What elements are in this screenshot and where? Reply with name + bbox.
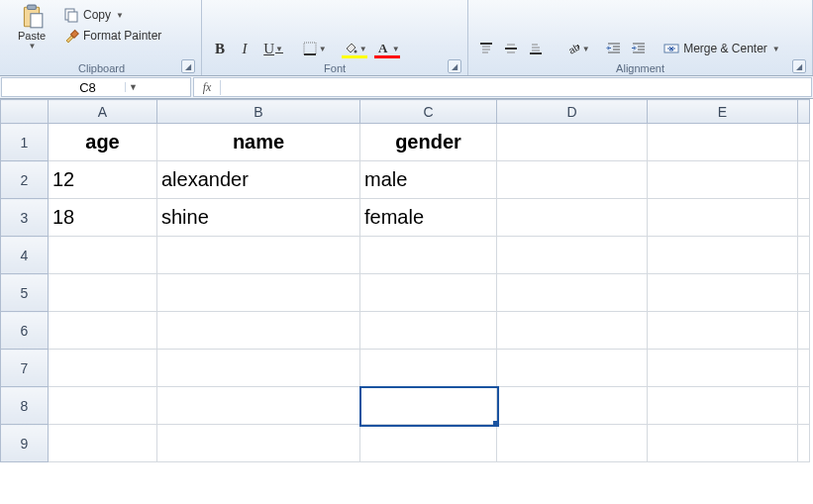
name-box[interactable]: ▼ bbox=[1, 77, 191, 97]
paste-button[interactable]: Paste ▼ bbox=[8, 2, 55, 59]
grid[interactable]: A B C D E 1 age name gender 2 12 alexand… bbox=[0, 99, 810, 462]
col-header-F[interactable] bbox=[798, 100, 810, 124]
row-header-2[interactable]: 2 bbox=[1, 161, 49, 199]
row-header-6[interactable]: 6 bbox=[1, 312, 49, 350]
cell-C4[interactable] bbox=[360, 237, 497, 274]
cell-C6[interactable] bbox=[360, 312, 497, 350]
cell-E8[interactable] bbox=[648, 387, 798, 425]
cell-F9[interactable] bbox=[798, 425, 810, 462]
copy-button[interactable]: Copy ▼ bbox=[59, 5, 165, 25]
row-header-7[interactable]: 7 bbox=[1, 350, 49, 387]
cell-C5[interactable] bbox=[360, 274, 497, 312]
dialog-launcher-icon[interactable]: ◢ bbox=[181, 59, 195, 73]
cell-A8[interactable] bbox=[49, 387, 157, 425]
cell-E7[interactable] bbox=[648, 350, 798, 387]
col-header-C[interactable]: C bbox=[360, 100, 497, 124]
row-4: 4 bbox=[1, 237, 810, 274]
underline-button[interactable]: U▼ bbox=[257, 37, 289, 60]
cell-B2[interactable]: alexander bbox=[157, 161, 360, 199]
col-header-B[interactable]: B bbox=[157, 100, 360, 124]
cell-C9[interactable] bbox=[360, 425, 497, 462]
row-9: 9 bbox=[1, 425, 810, 462]
align-bottom-button[interactable] bbox=[524, 37, 548, 60]
row-header-9[interactable]: 9 bbox=[1, 425, 49, 462]
cell-E5[interactable] bbox=[648, 274, 798, 312]
cell-B9[interactable] bbox=[157, 425, 360, 462]
cell-F7[interactable] bbox=[798, 350, 810, 387]
cell-D7[interactable] bbox=[497, 350, 648, 387]
cell-F1[interactable] bbox=[798, 124, 810, 161]
cell-F5[interactable] bbox=[798, 274, 810, 312]
cell-C1[interactable]: gender bbox=[360, 124, 497, 161]
cell-F6[interactable] bbox=[798, 312, 810, 350]
dialog-launcher-icon[interactable]: ◢ bbox=[448, 59, 461, 73]
borders-button[interactable]: ▼ bbox=[298, 37, 330, 60]
select-all-corner[interactable] bbox=[1, 100, 49, 124]
merge-icon: a bbox=[663, 41, 679, 56]
cell-D9[interactable] bbox=[497, 425, 648, 462]
cell-E4[interactable] bbox=[648, 237, 798, 274]
cell-A5[interactable] bbox=[49, 274, 157, 312]
cell-A3[interactable]: 18 bbox=[49, 199, 157, 237]
cell-B1[interactable]: name bbox=[157, 124, 360, 161]
cell-A6[interactable] bbox=[49, 312, 157, 350]
cell-F3[interactable] bbox=[798, 199, 810, 237]
font-color-button[interactable]: A ▼ bbox=[371, 37, 403, 60]
chevron-down-icon: ▼ bbox=[116, 11, 124, 20]
cell-F2[interactable] bbox=[798, 161, 810, 199]
cell-A7[interactable] bbox=[49, 350, 157, 387]
col-header-D[interactable]: D bbox=[497, 100, 648, 124]
cell-B8[interactable] bbox=[157, 387, 360, 425]
cell-D1[interactable] bbox=[497, 124, 648, 161]
cell-C7[interactable] bbox=[360, 350, 497, 387]
cell-B3[interactable]: shine bbox=[157, 199, 360, 237]
formula-input[interactable] bbox=[221, 80, 811, 95]
increase-indent-button[interactable] bbox=[627, 37, 651, 60]
cell-A2[interactable]: 12 bbox=[49, 161, 157, 199]
chevron-down-icon[interactable]: ▼ bbox=[125, 82, 142, 92]
col-header-A[interactable]: A bbox=[49, 100, 157, 124]
cell-D8[interactable] bbox=[497, 387, 648, 425]
dialog-launcher-icon[interactable]: ◢ bbox=[792, 59, 806, 73]
cell-E6[interactable] bbox=[648, 312, 798, 350]
cell-F4[interactable] bbox=[798, 237, 810, 274]
format-painter-button[interactable]: Format Painter bbox=[59, 26, 165, 46]
cell-B6[interactable] bbox=[157, 312, 360, 350]
cell-D5[interactable] bbox=[497, 274, 648, 312]
row-header-4[interactable]: 4 bbox=[1, 237, 49, 274]
cell-A1[interactable]: age bbox=[49, 124, 157, 161]
cell-E9[interactable] bbox=[648, 425, 798, 462]
cell-A9[interactable] bbox=[49, 425, 157, 462]
align-top-button[interactable] bbox=[474, 37, 498, 60]
row-header-3[interactable]: 3 bbox=[1, 199, 49, 237]
cell-D3[interactable] bbox=[497, 199, 648, 237]
worksheet[interactable]: A B C D E 1 age name gender 2 12 alexand… bbox=[0, 99, 813, 462]
cell-E2[interactable] bbox=[648, 161, 798, 199]
cell-C2[interactable]: male bbox=[360, 161, 497, 199]
cell-C8[interactable] bbox=[360, 387, 497, 425]
cell-C3[interactable]: female bbox=[360, 199, 497, 237]
merge-center-button[interactable]: a Merge & Center ▼ bbox=[660, 39, 784, 58]
cell-B4[interactable] bbox=[157, 237, 360, 274]
cell-D2[interactable] bbox=[497, 161, 648, 199]
col-header-E[interactable]: E bbox=[648, 100, 798, 124]
cell-D6[interactable] bbox=[497, 312, 648, 350]
fx-icon[interactable]: fx bbox=[194, 80, 221, 95]
row-header-8[interactable]: 8 bbox=[1, 387, 49, 425]
fill-color-button[interactable]: ▼ bbox=[339, 37, 370, 60]
cell-E1[interactable] bbox=[648, 124, 798, 161]
row-header-5[interactable]: 5 bbox=[1, 274, 49, 312]
bold-button[interactable]: B bbox=[208, 37, 232, 60]
row-header-1[interactable]: 1 bbox=[1, 124, 49, 161]
italic-button[interactable]: I bbox=[233, 37, 256, 60]
decrease-indent-button[interactable] bbox=[602, 37, 626, 60]
cell-E3[interactable] bbox=[648, 199, 798, 237]
cell-B7[interactable] bbox=[157, 350, 360, 387]
align-middle-button[interactable] bbox=[499, 37, 523, 60]
cell-A4[interactable] bbox=[49, 237, 157, 274]
orientation-button[interactable]: ab▼ bbox=[561, 37, 593, 60]
cell-B5[interactable] bbox=[157, 274, 360, 312]
cell-F8[interactable] bbox=[798, 387, 810, 425]
cell-D4[interactable] bbox=[497, 237, 648, 274]
name-box-input[interactable] bbox=[51, 79, 125, 96]
